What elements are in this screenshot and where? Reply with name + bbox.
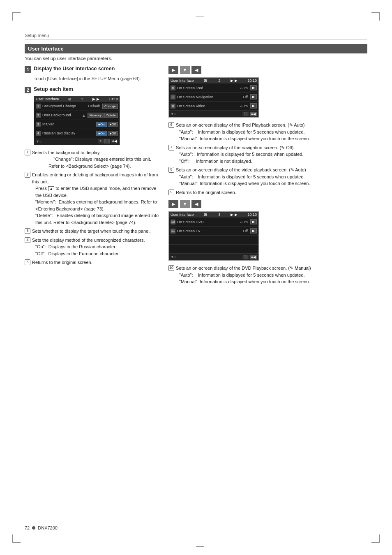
device-row-num-2: 2 [36, 113, 41, 118]
device-page-1: 1 [81, 97, 83, 101]
left-item-4: 4 Sets the display method of the unrecog… [25, 237, 160, 257]
page-content: Setup menu User Interface You can set up… [25, 33, 367, 522]
device-row-value-7: Off [243, 95, 248, 99]
device-title-2: User Interface [171, 79, 194, 83]
left-item-5: 5 Returns to the original screen. [25, 259, 160, 266]
section-header: Setup menu [25, 33, 367, 40]
device-row-value-1: Default [88, 104, 100, 108]
device-btn-change[interactable]: Change [102, 104, 118, 109]
device-btn-arrow-11[interactable]: ▶ [250, 228, 257, 234]
device-row-num-11: 11 [171, 229, 175, 234]
right-item-6: 6 Sets an on-screen display of the iPod … [168, 122, 367, 142]
device-row-1: 1 Background Change Default Change [34, 102, 120, 111]
page-dot [32, 526, 35, 530]
device-row-num-3: 3 [36, 122, 41, 127]
device-row-6: 6 On Screen iPod Auto ▶ [169, 83, 258, 92]
device-time-1: 10:10 [108, 97, 118, 101]
two-col-layout: 1 Display the User Interface screen Touc… [25, 66, 367, 289]
device-time-3: 10:10 [247, 213, 257, 217]
right-item-text-7: Sets an on-screen display of the navigat… [176, 144, 367, 165]
device-page-3: 3 [217, 213, 221, 217]
nav-btn-left-2[interactable]: ◀ [191, 200, 201, 208]
corner-mark-tl [12, 12, 21, 21]
nav-btn-down[interactable]: ▼ [180, 66, 190, 74]
device-btn-on-3[interactable]: ■On [96, 122, 107, 127]
nav-btn-left[interactable]: ◀ [191, 66, 201, 74]
left-column: 1 Display the User Interface screen Touc… [25, 66, 160, 289]
device-row-num-8: 8 [171, 104, 175, 109]
right-item-num-7: 7 [168, 145, 174, 150]
device-row-label-4: Russian text display [42, 131, 95, 135]
device-btn-delete[interactable]: Delete [104, 113, 118, 118]
device-btn-arrow-10[interactable]: ▶ [250, 219, 257, 224]
device-btn-arrow-7[interactable]: ▶ [250, 94, 257, 99]
device-row-8: 8 On Screen Video Auto ▶ [169, 102, 258, 111]
device-row-label-11: On Screen TV [177, 229, 243, 233]
device-navbtns-2: ▶ ▶ [231, 79, 238, 83]
corner-mark-tr [371, 12, 380, 21]
device-icon-3: ⊠ [204, 213, 207, 217]
device-row-10: 10 On Screen DVD Auto ▶ [169, 217, 258, 227]
nav-arrows-bottom: ▶ ▼ ◀ [168, 200, 367, 208]
device-title-3: User Interface [171, 213, 194, 217]
left-item-3: 3 Sets whether to display the target whe… [25, 228, 160, 235]
item-list-right-top: 6 Sets an on-screen display of the iPod … [168, 122, 367, 196]
corner-mark-bl [12, 534, 21, 543]
nav-btn-down-2[interactable]: ▼ [180, 200, 190, 208]
device-row-label-1: Background Change [42, 104, 88, 108]
left-item-text-4: Sets the display method of the unrecogni… [32, 237, 160, 257]
device-btn-off-4[interactable]: ■Off [108, 131, 118, 136]
right-item-num-8: 8 [168, 167, 174, 173]
device-row-label-10: On Screen DVD [177, 220, 240, 224]
nav-arrows-top: ▶ ▼ ◀ [168, 66, 367, 74]
step1-heading: 1 Display the User Interface screen [25, 66, 160, 73]
device-row-3: 3 Marker ■On ■Off [34, 120, 120, 129]
device-btn-arrow-8[interactable]: ▶ [250, 103, 257, 109]
left-item-num-5: 5 [25, 259, 30, 265]
left-item-text-2: Enables entering or deleting of backgrou… [32, 171, 160, 226]
device-row-value-6: Auto [240, 86, 248, 90]
device-btn-memory[interactable]: Memory [88, 113, 104, 118]
left-item-text-1: Selects the background to display. "Chan… [32, 149, 160, 170]
right-item-text-10: Sets an on-screen display of the DVD Pla… [176, 265, 367, 285]
device-screen-1: User Interface ⊠ 1 ▶ ▶ 10:10 1 Backgroun… [34, 96, 120, 145]
page-model: DNX7200 [38, 525, 58, 530]
device-header-1: User Interface ⊠ 1 ▶ ▶ 10:10 [34, 96, 120, 102]
device-screen-2: User Interface ⊠ 2 ▶ ▶ 10:10 6 On Screen… [168, 77, 259, 118]
device-row-num-6: 6 [171, 86, 175, 90]
device-icon-2: ⊠ [204, 79, 207, 83]
device-btn-on-4[interactable]: ■On [96, 131, 107, 136]
nav-btn-right[interactable]: ▶ [168, 66, 178, 74]
device-footer-3: ▼○ ⬛ A◀ [169, 254, 258, 260]
main-title: User Interface [25, 44, 367, 53]
item-list-left: 1 Selects the background to display. "Ch… [25, 149, 160, 266]
device-header-3: User Interface ⊠ 3 ▶ ▶ 10:10 [169, 212, 258, 217]
device-navbtns-3: ▶ ▶ [231, 213, 238, 217]
step1-num: 1 [25, 66, 31, 73]
device-row-4: 4 Russian text display ■On ■Off [34, 129, 120, 138]
right-item-text-8: Sets an on-screen display of the video p… [176, 166, 367, 187]
device-time-2: 10:10 [247, 79, 257, 83]
right-item-num-6: 6 [168, 122, 174, 128]
left-item-text-3: Sets whether to display the target when … [32, 228, 160, 235]
step1-desc: Touch [User Interface] in the SETUP Menu… [34, 75, 160, 82]
device-row-value-10: Auto [240, 220, 248, 224]
left-item-1: 1 Selects the background to display. "Ch… [25, 149, 160, 170]
nav-btn-right-2[interactable]: ▶ [168, 200, 178, 208]
device-btn-off-3[interactable]: ■Off [108, 122, 118, 127]
device-row-value-11: Off [243, 229, 248, 233]
step1-title: Display the User Interface screen [34, 66, 115, 72]
left-item-num-3: 3 [25, 228, 30, 234]
device-row-label-6: On Screen iPod [177, 86, 240, 90]
left-item-2: 2 Enables entering or deleting of backgr… [25, 171, 160, 226]
right-item-9: 9 Returns to the original screen. [168, 189, 367, 196]
device-row-2: 2 User Background ▲ Memory Delete [34, 111, 120, 120]
device-title-1: User Interface [36, 97, 59, 101]
device-row-label-2: User Background [42, 113, 82, 117]
device-btn-arrow-6[interactable]: ▶ [250, 85, 257, 90]
device-row-num-7: 7 [171, 95, 175, 99]
device-page-2: 2 [217, 79, 221, 83]
device-row-11: 11 On Screen TV Off ▶ [169, 227, 258, 236]
device-footer-1: ▼○ 3 ⬛ A◀ [34, 138, 120, 145]
device-row-value-8: Auto [240, 104, 248, 108]
